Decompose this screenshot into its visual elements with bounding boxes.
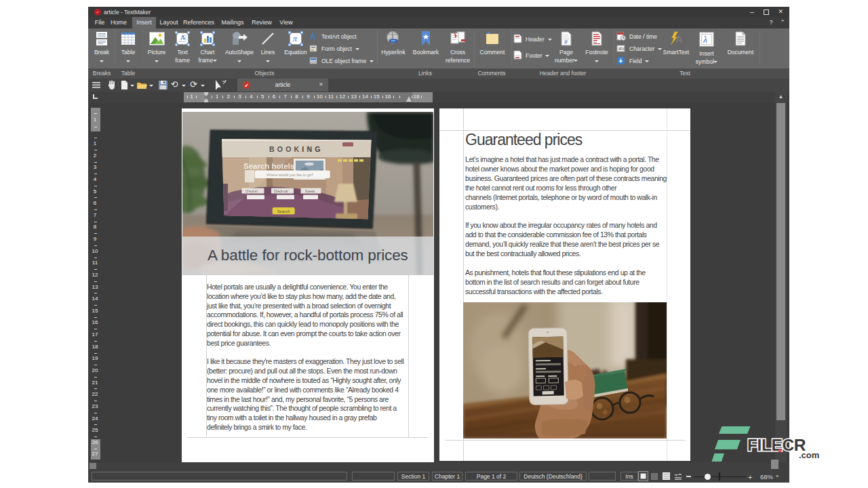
svg-text:A: A (310, 32, 316, 41)
svg-text:π: π (293, 34, 298, 43)
svg-text:FILECR: FILECR (747, 436, 806, 454)
svg-text:λ: λ (703, 35, 707, 45)
svg-text:A: A (675, 33, 683, 45)
svg-text:.com: .com (799, 450, 819, 460)
svg-text:abc: abc (618, 46, 626, 51)
svg-text:#: # (564, 39, 568, 45)
